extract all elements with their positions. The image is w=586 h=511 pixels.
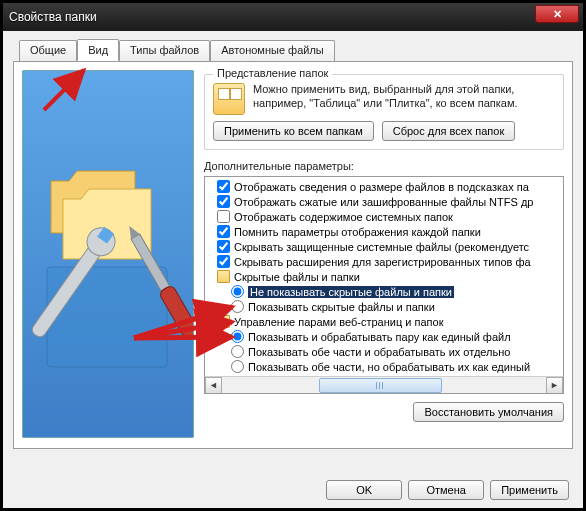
opt-size-tips[interactable]: Отображать сведения о размере файлов в п…: [209, 179, 561, 194]
horizontal-scrollbar[interactable]: ◄ ►: [205, 376, 563, 393]
group-hidden-files: Скрытые файлы и папки: [209, 269, 561, 284]
dialog-buttons: OK Отмена Применить: [3, 480, 583, 500]
opt-show-hidden[interactable]: Показывать скрытые файлы и папки: [209, 299, 561, 314]
checkbox[interactable]: [217, 225, 230, 238]
checkbox[interactable]: [217, 210, 230, 223]
opt-remember[interactable]: Помнить параметры отображения каждой пап…: [209, 224, 561, 239]
opt-contents[interactable]: Отображать содержимое системных папок: [209, 209, 561, 224]
scroll-right-arrow-icon[interactable]: ►: [546, 377, 563, 394]
opt-hide-ext[interactable]: Скрывать расширения для зарегистрированн…: [209, 254, 561, 269]
checkbox[interactable]: [217, 255, 230, 268]
radio[interactable]: [231, 345, 244, 358]
opt-compressed[interactable]: Отображать сжатые или зашифрованные файл…: [209, 194, 561, 209]
scroll-thumb[interactable]: [319, 378, 442, 393]
titlebar: Свойства папки ✕: [3, 3, 583, 31]
group-legend: Представление папок: [213, 67, 332, 79]
close-button[interactable]: ✕: [535, 5, 579, 23]
opt-pair-single[interactable]: Показывать и обрабатывать пару как едины…: [209, 329, 561, 344]
cancel-button[interactable]: Отмена: [408, 480, 484, 500]
group-web-pairs: Управление парами веб-страниц и папок: [209, 314, 561, 329]
radio[interactable]: [231, 285, 244, 298]
checkbox[interactable]: [217, 195, 230, 208]
apply-button[interactable]: Применить: [490, 480, 569, 500]
checkbox[interactable]: [217, 180, 230, 193]
tabstrip: Общие Вид Типы файлов Автономные файлы: [19, 39, 573, 61]
folder-icon: [217, 270, 230, 283]
folder-views-group: Представление папок Можно применить вид,…: [204, 74, 564, 150]
scroll-left-arrow-icon[interactable]: ◄: [205, 377, 222, 394]
close-icon: ✕: [553, 8, 562, 21]
tab-offline[interactable]: Автономные файлы: [210, 40, 335, 62]
tab-general[interactable]: Общие: [19, 40, 77, 62]
opt-pair-both-one[interactable]: Показывать обе части, но обрабатывать их…: [209, 359, 561, 374]
radio[interactable]: [231, 300, 244, 313]
ok-button[interactable]: OK: [326, 480, 402, 500]
checkbox[interactable]: [217, 240, 230, 253]
radio[interactable]: [231, 330, 244, 343]
folder-icon: [217, 315, 230, 328]
reset-all-folders-button[interactable]: Сброс для всех папок: [382, 121, 516, 141]
advanced-tree[interactable]: Отображать сведения о размере файлов в п…: [204, 176, 564, 394]
radio[interactable]: [231, 360, 244, 373]
tab-filetypes[interactable]: Типы файлов: [119, 40, 210, 62]
opt-pair-both-sep[interactable]: Показывать обе части и обрабатывать их о…: [209, 344, 561, 359]
opt-hide-hidden[interactable]: Не показывать скрытые файлы и папки: [209, 284, 561, 299]
opt-hide-protected[interactable]: Скрывать защищенные системные файлы (рек…: [209, 239, 561, 254]
group-description: Можно применить вид, выбранный для этой …: [253, 83, 555, 115]
tab-view[interactable]: Вид: [77, 39, 119, 61]
tiles-icon: [213, 83, 245, 115]
restore-defaults-button[interactable]: Восстановить умолчания: [413, 402, 564, 422]
scroll-track[interactable]: [222, 377, 546, 394]
apply-all-folders-button[interactable]: Применить ко всем папкам: [213, 121, 374, 141]
folder-illustration: [22, 70, 194, 438]
tab-panel: Представление папок Можно применить вид,…: [13, 61, 573, 449]
window-title: Свойства папки: [9, 10, 97, 24]
advanced-label: Дополнительные параметры:: [204, 160, 564, 172]
